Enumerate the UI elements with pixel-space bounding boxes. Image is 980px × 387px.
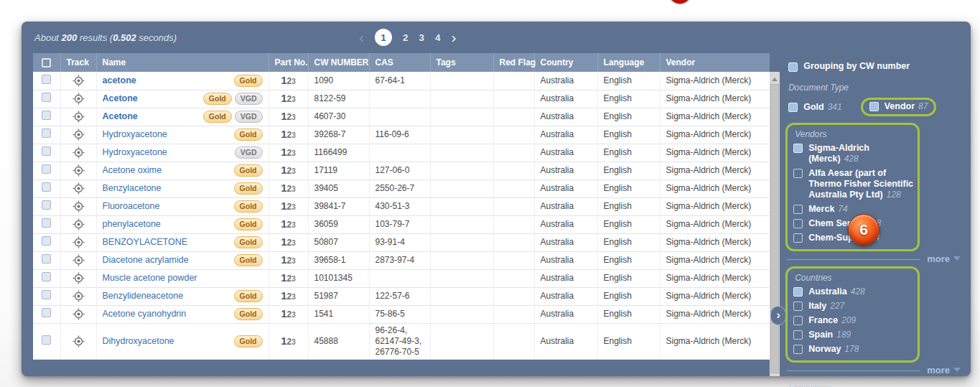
track-icon[interactable] xyxy=(73,290,85,302)
row-checkbox[interactable] xyxy=(42,129,51,138)
row-checkbox[interactable] xyxy=(42,335,51,345)
substance-name-link[interactable]: Fluoroacetone xyxy=(103,201,234,212)
substance-name-link[interactable]: Benzylacetone xyxy=(103,183,234,194)
track-icon[interactable] xyxy=(73,146,85,159)
filter-checkbox[interactable] xyxy=(793,205,803,214)
country-option[interactable]: France209 xyxy=(793,315,915,326)
filter-checkbox[interactable] xyxy=(793,302,803,311)
pagination-page-3[interactable]: 3 xyxy=(419,32,425,43)
part-no-icon[interactable]: 123 xyxy=(281,308,296,320)
filter-checkbox[interactable] xyxy=(793,233,803,243)
part-no-icon[interactable]: 123 xyxy=(281,335,296,348)
country-option[interactable]: Italy227 xyxy=(793,301,915,312)
substance-name-link[interactable]: Acetone oxime xyxy=(103,165,234,176)
part-no-icon[interactable]: 123 xyxy=(281,164,296,177)
pagination-page-1[interactable]: 1 xyxy=(375,29,392,46)
filter-checkbox[interactable] xyxy=(793,219,803,228)
country-option[interactable]: Norway178 xyxy=(793,344,915,355)
row-checkbox[interactable] xyxy=(42,111,51,120)
filter-checkbox[interactable] xyxy=(793,287,803,297)
track-icon[interactable] xyxy=(73,272,85,284)
part-no-icon[interactable]: 123 xyxy=(281,182,296,195)
doc-type-gold-option[interactable]: Gold341 xyxy=(788,102,842,113)
tags-cell xyxy=(430,179,493,197)
language-cell: English xyxy=(597,126,660,144)
track-icon[interactable] xyxy=(73,218,85,230)
grouping-option[interactable]: Grouping by CW number xyxy=(788,61,961,72)
track-icon[interactable] xyxy=(73,200,85,213)
track-icon[interactable] xyxy=(73,236,85,248)
part-no-icon[interactable]: 123 xyxy=(281,111,296,123)
substance-name-link[interactable]: acetone xyxy=(103,75,234,86)
pagination-page-2[interactable]: 2 xyxy=(403,32,409,43)
track-icon[interactable] xyxy=(73,111,85,123)
part-no-icon[interactable]: 123 xyxy=(281,146,296,159)
track-icon[interactable] xyxy=(73,335,85,348)
row-checkbox[interactable] xyxy=(42,93,51,102)
filter-checkbox[interactable] xyxy=(793,330,803,340)
part-no-icon[interactable]: 123 xyxy=(281,272,296,284)
filter-checkbox[interactable] xyxy=(793,345,803,354)
vendor-option[interactable]: Sigma-Aldrich (Merck)428 xyxy=(793,143,915,164)
track-icon[interactable] xyxy=(73,75,85,87)
vendors-more-link[interactable]: more xyxy=(927,253,961,264)
pagination-prev-icon[interactable]: ‹ xyxy=(359,30,364,45)
part-no-icon[interactable]: 123 xyxy=(281,290,296,302)
pagination-page-4[interactable]: 4 xyxy=(435,32,441,43)
substance-name-link[interactable]: Hydroxyacetone xyxy=(103,129,234,140)
countries-more-link[interactable]: more xyxy=(927,364,961,376)
filter-checkbox[interactable] xyxy=(793,144,803,153)
substance-name-link[interactable]: Hydroxyacetone xyxy=(103,147,235,158)
vendor-option[interactable]: Alfa Aesar (part of Thermo Fisher Scient… xyxy=(793,168,915,200)
substance-name-link[interactable]: phenylacetone xyxy=(103,219,234,230)
part-no-icon[interactable]: 123 xyxy=(281,129,296,141)
part-no-icon[interactable]: 123 xyxy=(281,218,296,230)
part-no-icon[interactable]: 123 xyxy=(281,254,296,266)
part-no-icon[interactable]: 123 xyxy=(281,236,296,248)
results-tbody: acetone Gold 123 1090 67-64-1 Australia … xyxy=(33,72,770,359)
select-all-checkbox[interactable] xyxy=(42,58,51,67)
row-checkbox[interactable] xyxy=(42,146,51,156)
substance-name-link[interactable]: Benzylideneacetone xyxy=(103,291,234,302)
grouping-checkbox[interactable] xyxy=(788,62,798,72)
sidebar-collapse-handle[interactable]: › xyxy=(770,306,786,325)
row-checkbox[interactable] xyxy=(42,182,51,192)
row-checkbox[interactable] xyxy=(42,75,51,84)
filter-checkbox[interactable] xyxy=(788,103,798,112)
country-option[interactable]: Spain189 xyxy=(793,330,915,340)
part-no-icon[interactable]: 123 xyxy=(281,93,296,105)
doc-type-vendor-option[interactable]: Vendor87 xyxy=(869,101,928,112)
track-icon[interactable] xyxy=(73,129,85,141)
scroll-up-icon[interactable] xyxy=(772,75,778,81)
track-icon[interactable] xyxy=(73,182,85,195)
track-icon[interactable] xyxy=(73,308,85,320)
substance-name-link[interactable]: Dihydroxyacetone xyxy=(103,336,234,347)
row-checkbox[interactable] xyxy=(42,308,51,317)
scrollbar-thumb[interactable] xyxy=(770,84,779,373)
part-no-icon[interactable]: 123 xyxy=(281,200,296,213)
filter-checkbox[interactable] xyxy=(793,169,803,178)
substance-name-link[interactable]: Acetone xyxy=(103,111,203,122)
substance-name-link[interactable]: Diacetone acrylamide xyxy=(103,255,234,266)
track-icon[interactable] xyxy=(73,93,85,105)
pagination-next-icon[interactable]: › xyxy=(452,30,457,45)
row-checkbox[interactable] xyxy=(42,272,51,281)
row-checkbox[interactable] xyxy=(42,236,51,246)
row-checkbox[interactable] xyxy=(42,218,51,228)
row-checkbox[interactable] xyxy=(42,200,51,210)
vendor-option[interactable]: Merck74 xyxy=(793,204,915,215)
substance-name-link[interactable]: Acetone cyanohydrin xyxy=(103,309,234,320)
substance-name-link[interactable]: Muscle acetone powder xyxy=(103,273,263,284)
row-checkbox[interactable] xyxy=(42,290,51,299)
alert-orb-icon[interactable] xyxy=(668,0,691,4)
track-icon[interactable] xyxy=(73,254,85,266)
track-icon[interactable] xyxy=(73,164,85,177)
filter-checkbox[interactable] xyxy=(793,316,803,325)
part-no-icon[interactable]: 123 xyxy=(281,75,296,87)
row-checkbox[interactable] xyxy=(42,254,51,264)
filter-checkbox[interactable] xyxy=(869,102,879,111)
row-checkbox[interactable] xyxy=(42,164,51,174)
country-option[interactable]: Australia428 xyxy=(793,286,915,297)
substance-name-link[interactable]: BENZOYLACETONE xyxy=(103,237,234,248)
substance-name-link[interactable]: Acetone xyxy=(103,93,203,104)
